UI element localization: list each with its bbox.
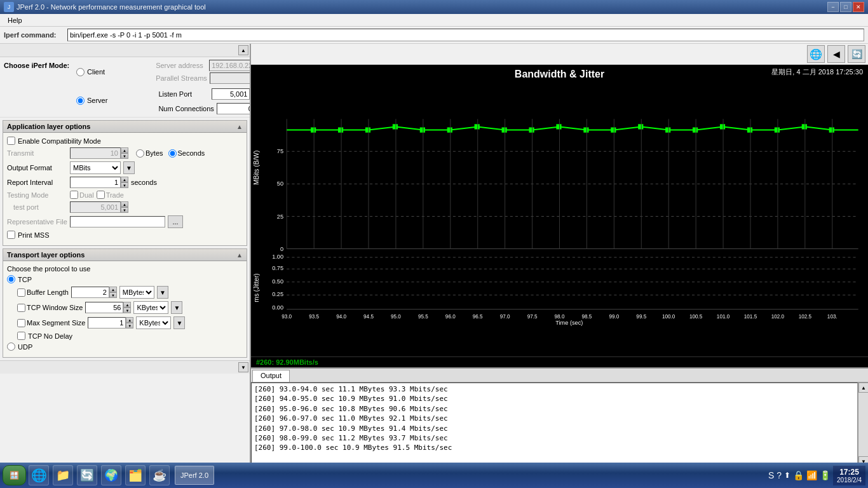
buffer-unit-dropdown[interactable]: ▼ — [157, 286, 168, 299]
dual-checkbox[interactable] — [70, 191, 78, 199]
buffer-length-input[interactable] — [71, 287, 109, 298]
buffer-length-checkbox[interactable] — [17, 288, 25, 297]
start-button[interactable]: 🪟 — [3, 465, 26, 485]
back-icon-btn[interactable]: ◀ — [827, 45, 845, 63]
bytes-seconds-toggle: Bytes Seconds — [136, 149, 205, 158]
test-port-down-btn[interactable]: ▼ — [121, 207, 128, 213]
server-address-input[interactable] — [209, 60, 251, 71]
rep-file-input[interactable] — [70, 216, 165, 227]
buffer-length-check[interactable]: Buffer Length — [17, 288, 69, 297]
max-segment-checkbox[interactable] — [17, 319, 25, 327]
maximize-button[interactable]: □ — [840, 2, 851, 12]
bytes-label[interactable]: Bytes — [136, 149, 163, 158]
max-segment-check[interactable]: Max Segment Size — [17, 319, 85, 327]
output-format-select[interactable]: MBits Bits Bytes KBits — [70, 161, 121, 174]
clock[interactable]: 17:25 2018/2/4 — [833, 466, 865, 485]
svg-rect-37 — [665, 127, 670, 132]
status-line: #260: 92.90MBits/s — [251, 356, 868, 367]
trade-checkbox[interactable] — [97, 191, 105, 199]
status-text: #260: 92.90MBits/s — [256, 358, 318, 366]
interval-down-btn[interactable]: ▼ — [121, 182, 128, 188]
tcp-window-check[interactable]: TCP Window Size — [17, 304, 83, 312]
num-connections-input[interactable] — [217, 103, 251, 114]
tray-battery-icon: 🔋 — [820, 470, 831, 480]
output-tab[interactable]: Output — [252, 370, 290, 382]
app-icon: J — [4, 2, 14, 12]
report-interval-input[interactable] — [70, 177, 121, 188]
iperf-command-label: Iperf command: — [4, 31, 67, 39]
taskbar-ie-icon[interactable]: 🌐 — [29, 465, 49, 485]
server-radio[interactable] — [76, 97, 85, 105]
trade-label[interactable]: Trade — [97, 191, 124, 199]
tcp-window-up-btn[interactable]: ▲ — [123, 302, 131, 308]
menu-item-help[interactable]: Help — [3, 15, 27, 25]
output-format-dropdown-btn[interactable]: ▼ — [123, 161, 135, 174]
dual-label[interactable]: Dual — [70, 191, 94, 199]
bytes-radio[interactable] — [136, 149, 144, 158]
minimize-button[interactable]: − — [827, 2, 839, 12]
tcp-nodelay-checkbox[interactable] — [17, 332, 25, 340]
output-scrollbar[interactable]: ▲ ▼ — [858, 383, 868, 466]
application-options-header[interactable]: Application layer options ▲ — [3, 121, 247, 133]
scroll-up-arrow[interactable]: ▲ — [858, 383, 868, 393]
enable-compat-checkbox[interactable] — [7, 137, 15, 145]
right-panel: 🌐 ◀ 🔄 星期日, 4 二月 2018 17:25:30 Bandwidth … — [251, 44, 868, 488]
taskbar-folder-icon[interactable]: 📁 — [53, 465, 73, 485]
max-seg-up-btn[interactable]: ▲ — [126, 317, 133, 323]
tcp-window-unit-select[interactable]: KBytes MBytes — [133, 301, 168, 314]
client-radio[interactable] — [76, 68, 85, 76]
taskbar: 🪟 🌐 📁 🔄 🌍 🗂️ ☕ JPerf 2.0 S ? ⬆ 🔒 📶 🔋 17:… — [0, 463, 868, 488]
svg-text:102.0: 102.0 — [771, 314, 785, 320]
listen-port-input[interactable] — [212, 88, 250, 100]
max-segment-unit-select[interactable]: KBytes MBytes — [136, 316, 171, 329]
transmit-input[interactable] — [70, 147, 121, 159]
transmit-down-btn[interactable]: ▼ — [121, 153, 128, 159]
test-port-input[interactable] — [70, 201, 121, 213]
interval-up-btn[interactable]: ▲ — [121, 177, 128, 182]
print-mss-checkbox[interactable] — [7, 231, 15, 239]
buffer-unit-select[interactable]: MBytes KBytes — [119, 286, 154, 299]
svg-rect-12 — [287, 255, 858, 314]
svg-text:0.25: 0.25 — [272, 291, 283, 297]
buffer-down-btn[interactable]: ▼ — [109, 292, 117, 298]
svg-text:99.0: 99.0 — [609, 314, 619, 320]
application-options-content: Enable Compatibility Mode Transmit ▲▼ — [3, 133, 247, 245]
taskbar-filemanager-icon[interactable]: 🗂️ — [125, 465, 146, 485]
browse-button[interactable]: ... — [168, 215, 183, 228]
tcp-window-unit-dropdown[interactable]: ▼ — [171, 301, 182, 314]
iperf-command-input[interactable] — [67, 29, 864, 41]
scroll-down-btn[interactable]: ▼ — [238, 362, 248, 372]
parallel-streams-input[interactable] — [210, 72, 251, 84]
max-seg-down-btn[interactable]: ▼ — [126, 323, 133, 329]
test-port-up-btn[interactable]: ▲ — [121, 201, 128, 207]
scroll-up-btn[interactable]: ▲ — [238, 45, 248, 55]
svg-rect-26 — [365, 127, 370, 132]
transmit-up-btn[interactable]: ▲ — [121, 147, 128, 153]
udp-radio[interactable] — [7, 342, 15, 351]
svg-text:100.0: 100.0 — [662, 314, 675, 320]
transport-options-header[interactable]: Transport layer options ▲ — [3, 249, 247, 261]
seconds-radio[interactable] — [168, 149, 177, 158]
buffer-up-btn[interactable]: ▲ — [109, 287, 117, 292]
svg-text:100.5: 100.5 — [689, 314, 703, 320]
seconds-label[interactable]: Seconds — [168, 149, 205, 158]
server-mode-label[interactable]: Server — [76, 97, 107, 105]
taskbar-java-icon[interactable]: ☕ — [149, 465, 170, 485]
max-seg-unit-dropdown[interactable]: ▼ — [173, 316, 185, 329]
client-mode-label[interactable]: Client — [76, 68, 105, 76]
taskbar-sync-icon[interactable]: 🔄 — [77, 465, 97, 485]
parallel-streams-label: Parallel Streams — [156, 74, 207, 82]
refresh-icon-btn[interactable]: 🔄 — [848, 45, 865, 63]
tcp-window-input[interactable] — [85, 302, 123, 313]
tcp-window-checkbox[interactable] — [17, 304, 25, 312]
tcp-radio[interactable] — [7, 275, 15, 283]
close-button[interactable]: ✕ — [853, 2, 864, 12]
globe-icon-btn[interactable]: 🌐 — [807, 45, 825, 63]
taskbar-jperf-btn[interactable]: JPerf 2.0 — [175, 466, 214, 485]
output-line: [260] 95.0-96.0 sec 10.8 MBytes 90.6 Mbi… — [254, 404, 855, 414]
tray-help-icon: ? — [776, 470, 782, 480]
tcp-window-down-btn[interactable]: ▼ — [123, 308, 131, 313]
max-segment-input[interactable] — [88, 317, 126, 329]
svg-text:94.0: 94.0 — [336, 314, 346, 320]
taskbar-chrome-icon[interactable]: 🌍 — [101, 465, 121, 485]
